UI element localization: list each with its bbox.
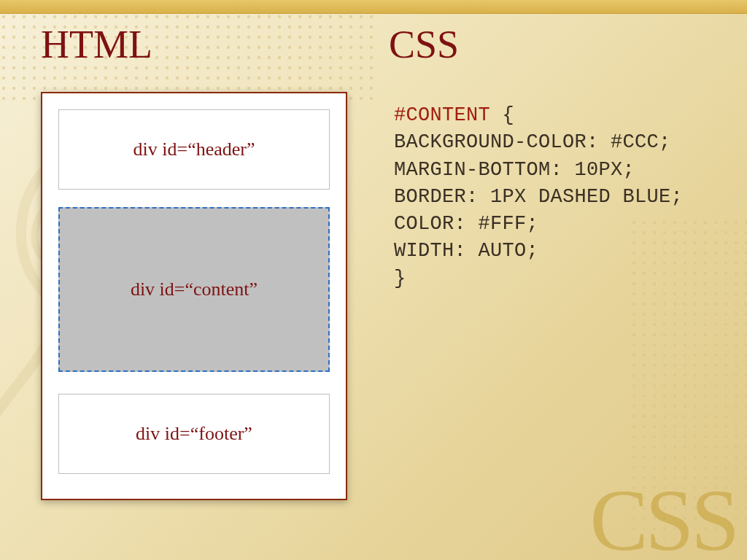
content-div-label: div id=“content” bbox=[131, 279, 258, 300]
css-watermark: CSS bbox=[589, 477, 737, 560]
css-code-block: #content { background-color: #ccc; margi… bbox=[394, 102, 683, 292]
css-line-1: background-color: #ccc; bbox=[394, 131, 671, 153]
css-open-brace: { bbox=[490, 104, 514, 126]
css-line-4: color: #fff; bbox=[394, 213, 538, 235]
css-line-5: width: auto; bbox=[394, 240, 538, 262]
slide: HTML CSS div id=“header” div id=“content… bbox=[0, 0, 747, 560]
css-line-6: } bbox=[394, 268, 406, 289]
html-layout-panel: div id=“header” div id=“content” div id=… bbox=[41, 92, 347, 500]
css-line-3: border: 1px dashed blue; bbox=[394, 186, 683, 208]
top-ornament-bar bbox=[0, 0, 747, 14]
css-selector: #content bbox=[394, 104, 490, 126]
footer-div-label: div id=“footer” bbox=[136, 423, 252, 445]
heading-html: HTML bbox=[41, 22, 370, 67]
footer-div-box: div id=“footer” bbox=[58, 394, 330, 474]
header-div-label: div id=“header” bbox=[133, 139, 255, 160]
header-div-box: div id=“header” bbox=[58, 109, 330, 190]
content-div-box: div id=“content” bbox=[58, 207, 330, 372]
headings-row: HTML CSS bbox=[41, 22, 718, 67]
css-line-2: margin-bottom: 10px; bbox=[394, 159, 635, 181]
heading-css: CSS bbox=[370, 22, 718, 67]
